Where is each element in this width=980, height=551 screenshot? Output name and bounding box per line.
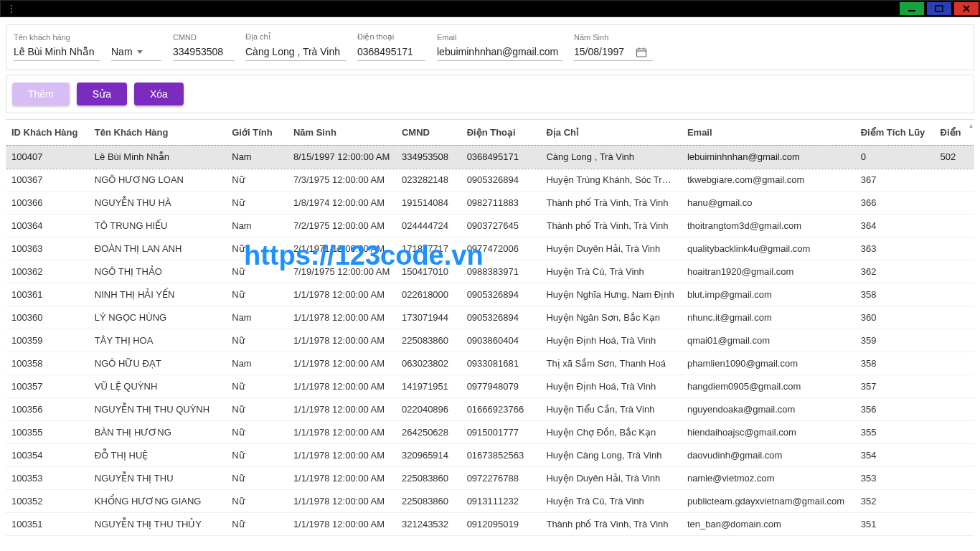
cell-birth: 1/1/1978 12:00:00 AM [288, 421, 396, 444]
col-cmnd[interactable]: CMND [396, 120, 461, 146]
cell-address: Huyện Trà Cú, Trà Vinh [540, 260, 681, 283]
cell-points: 366 [855, 192, 935, 215]
cell-extra [935, 215, 975, 237]
table-row[interactable]: 100352KHỔNG HƯƠNG GIANGNữ1/1/1978 12:00:… [6, 490, 974, 513]
cell-points: 351 [855, 513, 935, 536]
cell-birth: 1/1/1978 12:00:00 AM [288, 398, 396, 421]
cell-id: 100407 [6, 146, 89, 169]
cell-id: 100358 [6, 352, 89, 375]
cell-id: 100354 [6, 444, 89, 467]
table-row[interactable]: 100360LÝ NGỌC HÙNGNam1/1/1978 12:00:00 A… [6, 306, 974, 329]
cell-phone: 0972276788 [461, 467, 541, 490]
cell-points: 0 [855, 146, 935, 169]
cell-cmnd: 022618000 [396, 283, 461, 306]
cell-email: publicteam.gdayxvietnam@gmail.com [682, 490, 855, 513]
table-row[interactable]: 100351NGUYỄN THỊ THU THỦYNữ1/1/1978 12:0… [6, 513, 974, 536]
gender-select[interactable]: Nam [111, 44, 161, 61]
customer-name-input[interactable] [14, 44, 100, 61]
cell-email: tkwebgiare.com@gmail.com [682, 169, 855, 192]
col-birth[interactable]: Năm Sinh [288, 120, 396, 146]
cell-gender: Nữ [226, 329, 288, 352]
cell-points: 356 [855, 398, 935, 421]
email-input[interactable] [437, 44, 562, 61]
table-row[interactable]: 100359TÂY THỊ HOANữ1/1/1978 12:00:00 AM2… [6, 329, 974, 352]
table-header-row: ID Khách Hàng Tên Khách Hàng Giới Tính N… [6, 120, 974, 146]
table-row[interactable]: 100357VŨ LỆ QUỲNHNữ1/1/1978 12:00:00 AM1… [6, 375, 974, 398]
window-maximize-button[interactable] [926, 1, 952, 16]
customer-form: Tên khách hàng Nam CMND Địa chỉ Điện tho… [6, 24, 974, 70]
table-row[interactable]: 100355BÀN THỊ HƯƠNGNữ1/1/1978 12:00:00 A… [6, 421, 974, 444]
cell-extra [935, 283, 975, 306]
table-row[interactable]: 100353NGUYỄN THỊ THUNữ1/1/1978 12:00:00 … [6, 467, 974, 490]
cell-name: NGUYỄN THỊ THU THỦY [89, 513, 226, 536]
cell-email: lebuiminhnhan@gmail.com [682, 146, 855, 169]
app-menu-icon[interactable]: ⋮ [1, 3, 16, 14]
phone-input[interactable] [357, 44, 425, 61]
table-row[interactable]: 100407Lê Bùi Minh NhẫnNam8/15/1997 12:00… [6, 146, 974, 169]
cell-gender: Nữ [226, 444, 288, 467]
cell-phone: 0933081681 [461, 352, 541, 375]
cell-phone: 0977948079 [461, 375, 541, 398]
table-row[interactable]: 100361NINH THỊ HẢI YẾNNữ1/1/1978 12:00:0… [6, 283, 974, 306]
cell-email: ten_ban@domain.com [682, 513, 855, 536]
calendar-icon[interactable] [636, 47, 647, 58]
add-button[interactable]: Thêm [12, 83, 70, 105]
cmnd-input[interactable] [173, 44, 234, 61]
birth-input[interactable] [574, 44, 631, 60]
cell-address: Huyện Tiểu Cần, Trà Vinh [540, 398, 681, 421]
table-row[interactable]: 100364TÔ TRUNG HIẾUNam7/2/1975 12:00:00 … [6, 215, 974, 237]
cell-name: NGÔ HỮU ĐẠT [89, 352, 226, 375]
cell-id: 100363 [6, 237, 89, 260]
cell-email: thoitrangtom3d@gmail.com [682, 215, 855, 237]
table-row[interactable]: 100362NGÔ THỊ THẢONữ7/19/1975 12:00:00 A… [6, 260, 974, 283]
table-row[interactable]: 100363ĐOÀN THỊ LAN ANHNữ2/1/1971 12:00:0… [6, 237, 974, 260]
cmnd-label: CMND [173, 33, 234, 42]
cell-points: 360 [855, 306, 935, 329]
table-row[interactable]: 100356NGUYỄN THỊ THU QUỲNHNữ1/1/1978 12:… [6, 398, 974, 421]
cell-name: BÀN THỊ HƯƠNG [89, 421, 226, 444]
cell-birth: 7/19/1975 12:00:00 AM [288, 260, 396, 283]
cell-email: hiendaihoajsc@gmail.com [682, 421, 855, 444]
cell-name: Lê Bùi Minh Nhẫn [89, 146, 226, 169]
cell-phone: 0913111232 [461, 490, 541, 513]
col-phone[interactable]: Điện Thoại [461, 120, 541, 146]
cell-gender: Nam [226, 306, 288, 329]
cell-phone: 0903727645 [461, 215, 541, 237]
cell-gender: Nam [226, 146, 288, 169]
cell-birth: 1/1/1978 12:00:00 AM [288, 444, 396, 467]
cell-cmnd: 191514084 [396, 192, 461, 215]
cell-address: Thành phố Trà Vinh, Trà Vinh [540, 192, 681, 215]
cell-gender: Nữ [226, 421, 288, 444]
cell-phone: 0988383971 [461, 260, 541, 283]
cell-birth: 1/1/1978 12:00:00 AM [288, 283, 396, 306]
col-points[interactable]: Điểm Tích Lũy [855, 120, 935, 146]
col-id[interactable]: ID Khách Hàng [6, 120, 89, 146]
col-name[interactable]: Tên Khách Hàng [89, 120, 226, 146]
window-close-button[interactable] [953, 1, 979, 16]
cell-extra [935, 260, 975, 283]
cell-points: 358 [855, 352, 935, 375]
cell-gender: Nữ [226, 169, 288, 192]
cell-cmnd: 022040896 [396, 398, 461, 421]
cell-extra [935, 490, 975, 513]
table-row[interactable]: 100354ĐỖ THỊ HUỆNữ1/1/1978 12:00:00 AM32… [6, 444, 974, 467]
col-address[interactable]: Địa Chỉ [540, 120, 681, 146]
table-row[interactable]: 100358NGÔ HỮU ĐẠTNam1/1/1978 12:00:00 AM… [6, 352, 974, 375]
edit-button[interactable]: Sửa [77, 83, 127, 105]
cell-birth: 1/1/1978 12:00:00 AM [288, 467, 396, 490]
window-minimize-button[interactable] [899, 1, 925, 16]
table-row[interactable]: 100367NGÔ HƯƠNG LOANNữ7/3/1975 12:00:00 … [6, 169, 974, 192]
cell-cmnd: 334953508 [396, 146, 461, 169]
cell-name: ĐỖ THỊ HUỆ [89, 444, 226, 467]
table-row[interactable]: 100366NGUYỄN THU HÀNữ1/8/1974 12:00:00 A… [6, 192, 974, 215]
cell-gender: Nữ [226, 192, 288, 215]
col-email[interactable]: Email [682, 120, 855, 146]
col-extra[interactable]: Điển [935, 120, 975, 146]
col-gender[interactable]: Giới Tính [226, 120, 288, 146]
vertical-scrollbar[interactable]: ▴ ▾ [969, 121, 973, 551]
address-input[interactable] [245, 44, 346, 61]
delete-button[interactable]: Xóa [134, 83, 184, 105]
chevron-down-icon [137, 50, 143, 54]
cell-gender: Nữ [226, 398, 288, 421]
cell-extra [935, 306, 975, 329]
